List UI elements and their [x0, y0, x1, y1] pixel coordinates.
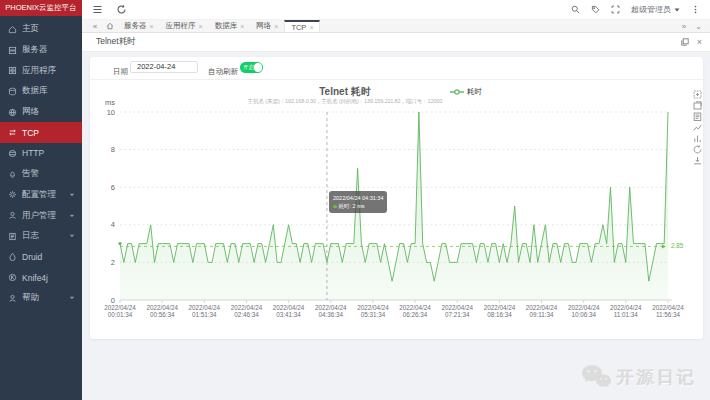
close-panel-icon[interactable]: ×	[697, 38, 702, 47]
area-zoom-icon[interactable]	[693, 90, 702, 99]
users-icon	[8, 211, 17, 220]
sidebar-item-3[interactable]: 数据库	[0, 81, 82, 102]
restore-icon[interactable]	[693, 145, 702, 154]
sidebar-item-9[interactable]: 用户管理	[0, 205, 82, 226]
tab-0[interactable]: 服务器×	[118, 20, 160, 32]
page-title: Telnet耗时	[96, 36, 136, 48]
sidebar-item-label: 应用程序	[22, 65, 56, 77]
sidebar-item-7[interactable]: 告警	[0, 164, 82, 185]
telnet-panel: 日期 自动刷新 开启 Telnet 耗时 主机名 (来源)：192.168.0.…	[90, 57, 703, 339]
sidebar-item-label: Knife4j	[22, 273, 48, 283]
zoom-reset-icon[interactable]	[693, 101, 702, 110]
svg-text:2022/04/2408:16:34: 2022/04/2408:16:34	[484, 304, 516, 318]
tab-close-icon[interactable]: ×	[274, 23, 278, 30]
sidebar-item-2[interactable]: 应用程序	[0, 60, 82, 81]
tab-4[interactable]: TCP×	[284, 20, 320, 32]
refresh-icon[interactable]	[116, 4, 127, 15]
user-menu[interactable]: 超级管理员	[631, 4, 680, 15]
sidebar: PHOENIX云监控平台 主页服务器应用程序数据库网络TCPHTTP告警配置管理…	[0, 0, 82, 400]
more-vert-icon[interactable]	[691, 5, 700, 14]
svg-text:6: 6	[111, 183, 115, 192]
sidebar-item-http[interactable]: HTTP	[0, 143, 82, 164]
knife4j-icon	[8, 273, 17, 282]
chart-tooltip: 2022/04/24 04:31:34 耗时: 2 ms	[329, 191, 387, 213]
svg-text:8: 8	[111, 145, 115, 154]
sidebar-item-label: 服务器	[22, 44, 48, 56]
sidebar-item-4[interactable]: 网络	[0, 102, 82, 123]
sidebar-item-8[interactable]: 配置管理	[0, 185, 82, 206]
svg-text:2022/04/2401:51:34: 2022/04/2401:51:34	[189, 304, 221, 318]
sidebar-item-knife4j[interactable]: Knife4j	[0, 267, 82, 288]
svg-text:10: 10	[107, 108, 115, 117]
restore-panel-icon[interactable]	[681, 38, 689, 46]
line-chart-icon[interactable]	[693, 123, 702, 132]
chart-toolbox	[693, 90, 702, 165]
svg-text:2022/04/2402:46:34: 2022/04/2402:46:34	[231, 304, 263, 318]
svg-text:2: 2	[111, 258, 115, 267]
search-icon[interactable]	[571, 5, 580, 14]
sidebar-item-label: TCP	[22, 128, 39, 138]
tooltip-value: 2 ms	[353, 203, 365, 209]
sidebar-item-10[interactable]: 日志	[0, 226, 82, 247]
database-icon	[8, 87, 17, 96]
svg-text:4: 4	[111, 220, 115, 229]
tab-close-icon[interactable]: ×	[150, 23, 154, 30]
sidebar-item-label: 告警	[22, 168, 39, 180]
sidebar-item-label: 网络	[22, 106, 39, 118]
user-name: 超级管理员	[631, 4, 671, 15]
tab-close-icon[interactable]: ×	[240, 23, 244, 30]
data-view-icon[interactable]	[693, 112, 702, 121]
home-tab-icon[interactable]	[102, 20, 118, 32]
sidebar-item-label: 数据库	[22, 85, 48, 97]
brand-logo: PHOENIX云监控平台	[0, 0, 82, 16]
network-icon	[8, 108, 17, 117]
caret-down-icon	[69, 233, 75, 239]
tabs-menu-icon[interactable]: ⌄	[695, 22, 702, 31]
help-icon	[8, 294, 17, 303]
svg-text:2022/04/2400:56:34: 2022/04/2400:56:34	[146, 304, 178, 318]
open-tabs: 服务器×应用程序×数据库×网络×TCP×	[118, 20, 320, 32]
svg-text:2022/04/2400:01:34: 2022/04/2400:01:34	[104, 304, 136, 318]
tab-3[interactable]: 网络×	[250, 20, 284, 32]
sidebar-item-13[interactable]: 帮助	[0, 288, 82, 309]
top-navbar: 超级管理员	[82, 0, 710, 20]
tab-2[interactable]: 数据库×	[209, 20, 251, 32]
svg-text:2022/04/2403:41:34: 2022/04/2403:41:34	[273, 304, 305, 318]
config-icon	[8, 190, 17, 199]
sidebar-item-label: 主页	[22, 23, 39, 35]
tab-1[interactable]: 应用程序×	[160, 20, 209, 32]
fullscreen-icon[interactable]	[611, 5, 620, 14]
tabs-scroll-right-icon[interactable]: »	[682, 22, 686, 31]
caret-down-icon	[69, 213, 75, 219]
bar-chart-icon[interactable]	[693, 134, 702, 143]
tab-close-icon[interactable]: ×	[309, 24, 313, 31]
svg-text:2022/04/2411:56:34: 2022/04/2411:56:34	[652, 304, 684, 318]
sidebar-item-1[interactable]: 服务器	[0, 40, 82, 61]
svg-text:2022/04/2407:21:34: 2022/04/2407:21:34	[441, 304, 473, 318]
caret-down-icon	[69, 295, 75, 301]
sidebar-item-tcp[interactable]: TCP	[0, 122, 82, 143]
hamburger-icon[interactable]	[92, 4, 103, 15]
sidebar-item-0[interactable]: 主页	[0, 19, 82, 40]
download-icon[interactable]	[693, 156, 702, 165]
alarm-icon	[8, 170, 17, 179]
tabs-scroll-left-icon[interactable]: «	[88, 20, 102, 32]
home-icon	[8, 25, 17, 34]
app-icon	[8, 66, 17, 75]
caret-down-icon	[69, 192, 75, 198]
tab-label: TCP	[291, 23, 306, 32]
tab-close-icon[interactable]: ×	[199, 23, 203, 30]
sidebar-item-druid[interactable]: Druid	[0, 247, 82, 268]
sidebar-item-label: 帮助	[22, 292, 39, 304]
telnet-chart[interactable]: ms02468102022/04/2400:01:342022/04/2400:…	[90, 57, 703, 339]
tag-icon[interactable]	[591, 5, 600, 14]
svg-text:2022/04/2404:36:34: 2022/04/2404:36:34	[315, 304, 347, 318]
tooltip-series: 耗时	[339, 203, 350, 209]
main-area: 超级管理员 « 服务器×应用程序×数据库×网络×TCP× » ⌄ Telnet耗…	[82, 0, 710, 400]
svg-text:2022/04/2406:26:34: 2022/04/2406:26:34	[399, 304, 431, 318]
sidebar-item-label: Druid	[22, 252, 42, 262]
svg-text:2022/04/2411:01:34: 2022/04/2411:01:34	[610, 304, 642, 318]
sidebar-item-label: 配置管理	[22, 189, 56, 201]
content-area: 日期 自动刷新 开启 Telnet 耗时 主机名 (来源)：192.168.0.…	[82, 52, 710, 400]
svg-text:2.85: 2.85	[671, 242, 684, 249]
